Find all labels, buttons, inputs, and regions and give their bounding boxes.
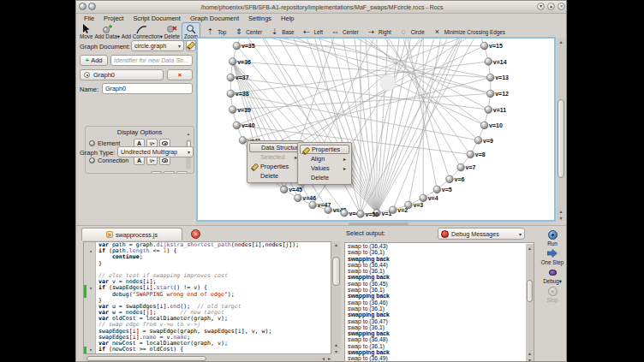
scroll-right-icon[interactable]: ▸ <box>328 355 331 362</box>
graph-node[interactable]: v=37 <box>227 74 249 81</box>
toolbar-center-button[interactable]: ⇕Center <box>230 27 265 37</box>
canvas-vscrollbar[interactable]: ▴ ▴ ▾ <box>557 38 565 221</box>
fold-marker <box>86 304 96 310</box>
output-vscrollbar[interactable]: ▴▴▾ <box>526 244 534 362</box>
fold-marker <box>86 298 96 304</box>
menu-script-document[interactable]: Script Document <box>128 14 184 23</box>
menu-item-properties[interactable]: Properties <box>249 162 301 171</box>
menu-graph-document[interactable]: Graph Document <box>186 14 243 23</box>
scrollbar-thumb[interactable] <box>332 257 340 286</box>
toolbar-base-button[interactable]: ⇣Base <box>266 27 296 37</box>
graph-node[interactable]: v=50 <box>357 211 379 218</box>
editor-hscrollbar[interactable]: ◂ ▸ <box>83 355 331 362</box>
debug-output-list[interactable]: swap to (36,43)swap to (36,1)swapping ba… <box>344 242 534 362</box>
toolbar-left-button[interactable]: ⇠Left <box>299 27 326 37</box>
graph-node[interactable]: v=36 <box>229 58 251 66</box>
scrollbar-thumb[interactable] <box>527 280 533 302</box>
menu-file[interactable]: File <box>80 14 98 23</box>
menu-item-properties[interactable]: Properties <box>300 145 349 154</box>
menu-project[interactable]: Project <box>99 14 128 23</box>
graph-node[interactable]: v=15 <box>480 42 503 50</box>
scroll-left-icon[interactable]: ◂ <box>322 355 325 362</box>
scroll-down-icon[interactable]: ▾ <box>557 215 565 221</box>
graph-node[interactable]: v=40 <box>233 122 255 129</box>
editor-vscrollbar[interactable]: ▴ ▴ ▾ <box>331 241 341 354</box>
toolbar-minimize-crossing-edges-button[interactable]: ×Minimize Crossing Edges <box>429 27 508 37</box>
fold-marker[interactable]: ▾ <box>86 248 96 254</box>
graph-node[interactable]: v=7 <box>457 163 476 171</box>
identifier-input[interactable] <box>110 55 193 66</box>
graph-node[interactable]: v=11 <box>485 106 506 114</box>
graph-node[interactable]: v=35 <box>233 42 255 50</box>
edit-document-button[interactable] <box>186 40 196 51</box>
menu-item-delete[interactable]: Delete <box>300 173 349 182</box>
code-line[interactable]: continue; <box>84 254 331 260</box>
scroll-down-icon[interactable]: ▾ <box>186 172 191 174</box>
code-line[interactable]: } <box>84 261 331 267</box>
node-label: v=11 <box>493 107 506 113</box>
menu-help[interactable]: Help <box>277 14 298 23</box>
scroll-up-icon[interactable]: ▴ <box>331 241 341 247</box>
toolbar-top-button[interactable]: ⇡Top <box>202 27 229 37</box>
minimize-button[interactable]: ▾ <box>537 3 545 10</box>
delete-data-structure-button[interactable]: × <box>167 69 193 80</box>
scroll-down-icon[interactable]: ▾ <box>526 357 534 362</box>
scroll-up-icon[interactable]: ▴ <box>331 341 341 347</box>
scroll-up-icon[interactable]: ▴ <box>526 350 534 356</box>
graph-node[interactable]: v=13 <box>486 74 509 81</box>
graph-node[interactable]: v=38 <box>227 90 249 98</box>
one-step-button[interactable]: One Step <box>541 248 564 265</box>
debug-message: swap to (36,45) <box>345 281 534 287</box>
toolbar-right-button[interactable]: ⇢Right <box>363 27 394 37</box>
close-button[interactable]: × <box>558 3 565 10</box>
data-element-icon <box>89 140 95 146</box>
graph-node[interactable]: v=8 <box>467 151 486 158</box>
scroll-up-icon[interactable]: ▴ <box>186 131 191 136</box>
scrollbar-thumb[interactable] <box>558 99 564 178</box>
data-structure-row[interactable]: Graph0 <box>80 69 164 80</box>
tab-swapprocess[interactable]: js swapprocess.js <box>81 228 182 240</box>
scrollbar-thumb[interactable] <box>86 356 206 361</box>
graph-node[interactable]: v=12 <box>486 90 509 98</box>
graph-node[interactable]: v=5 <box>433 186 452 193</box>
menu-item-delete[interactable]: Delete <box>249 171 301 181</box>
graph-canvas[interactable]: v=1v=2v=3v=4v=5v=6v=7v=8v=9v=10v=11v=12v… <box>196 37 556 222</box>
fold-marker[interactable]: ▾ <box>86 347 96 353</box>
output-selector-combo[interactable]: Debug Messages ▾ <box>438 228 525 240</box>
menu-item-values[interactable]: Values▸ <box>300 163 349 173</box>
code-line[interactable]: debug("SWAPPING wrong end of edge"); <box>84 292 331 298</box>
graph-node[interactable]: v=9 <box>474 137 493 145</box>
add-data-structure-button[interactable]: + Add <box>80 55 108 66</box>
toolbar-center-button[interactable]: ⇔Center <box>327 27 361 37</box>
graph-node[interactable]: v=4 <box>420 194 438 202</box>
menu-settings[interactable]: Settings <box>244 14 276 23</box>
fold-marker[interactable]: ▾ <box>86 285 96 291</box>
node-label: v=8 <box>475 151 486 157</box>
menu-item-data-structure[interactable]: Data Structure▸ <box>249 143 301 152</box>
graph-document-combo[interactable]: circle.graph▾ <box>131 40 184 51</box>
graph-node[interactable]: v=45 <box>280 186 302 193</box>
graph-type-combo[interactable]: Undirected Multigrap▾ <box>117 146 194 157</box>
debug-button[interactable]: Debug▾ <box>543 267 562 284</box>
toolbar-circle-button[interactable]: ◌Circle <box>396 27 427 37</box>
graph-node[interactable]: v=39 <box>229 106 251 114</box>
radio-icon[interactable] <box>84 72 90 78</box>
scroll-up-icon[interactable]: ▴ <box>526 245 534 251</box>
menu-item-align[interactable]: Align▸ <box>300 154 349 163</box>
name-input[interactable] <box>102 83 193 94</box>
titlebar[interactable]: /home/phoenixx/SFB/SFB-A1-repository/Imp… <box>76 1 567 14</box>
graph-node[interactable]: v=10 <box>480 122 503 129</box>
graph-node[interactable]: v=3 <box>405 201 424 209</box>
graph-node[interactable]: v=2 <box>390 206 408 214</box>
graph-node[interactable]: v=14 <box>485 58 507 66</box>
close-document-icon[interactable]: × <box>191 229 200 239</box>
scroll-up-icon[interactable]: ▴ <box>557 39 565 45</box>
scroll-up-icon[interactable]: ▴ <box>557 208 565 214</box>
maximize-button[interactable]: ▴ <box>547 3 555 10</box>
graph-node[interactable]: v=6 <box>446 175 465 183</box>
code-line[interactable]: // swap back <box>84 353 331 354</box>
script-editor[interactable]: var path = graph.dijkstra_shortest_path(… <box>83 241 331 354</box>
scroll-down-icon[interactable]: ▾ <box>331 348 341 354</box>
run-button[interactable]: Run <box>547 229 558 246</box>
graph-node[interactable]: v=46 <box>295 194 317 202</box>
